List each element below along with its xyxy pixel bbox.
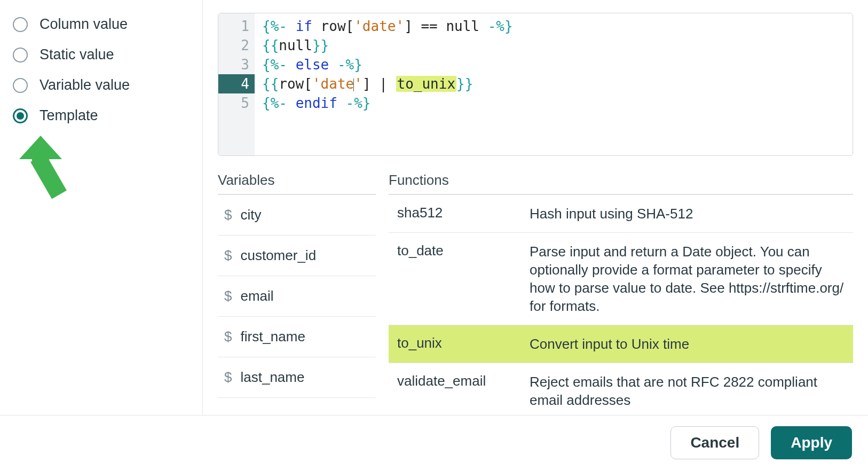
functions-column: Functions sha512Hash input using SHA-512… [389,172,853,409]
functions-header: Functions [389,172,853,195]
code-token: row[ [279,76,312,92]
radio-icon [13,78,28,93]
variable-name: customer_id [240,247,316,264]
radio-list: Column value Static value Variable value… [13,16,190,124]
functions-list: sha512Hash input using SHA-512to_datePar… [389,195,853,409]
variable-row[interactable]: $email [218,276,376,317]
code-token: -%} [488,18,513,34]
variable-row[interactable]: $last_name [218,357,376,398]
code-editor[interactable]: 12345 {%- if row['date'] == null -%}{{nu… [218,13,853,156]
variable-row[interactable]: $customer_id [218,236,376,276]
function-row[interactable]: validate_emailReject emails that are not… [389,363,853,409]
radio-icon [13,17,28,32]
code-token: {%- [262,18,296,34]
code-line[interactable]: {%- endif -%} [262,93,513,113]
radio-icon [13,108,28,123]
variable-name: first_name [240,328,305,345]
code-token: }} [312,37,329,53]
function-name: to_unix [397,335,515,353]
dollar-icon: $ [224,288,232,304]
code-token: if [296,18,312,34]
code-token: {%- [262,95,296,111]
code-token: 'date [312,76,354,92]
radio-variable-value[interactable]: Variable value [13,77,190,93]
svg-rect-1 [30,153,67,199]
cancel-button[interactable]: Cancel [670,426,759,459]
dollar-icon: $ [224,247,232,264]
variable-name: last_name [240,369,304,386]
radio-label: Static value [40,46,114,63]
function-description: Hash input using SHA-512 [530,205,693,223]
radio-static-value[interactable]: Static value [13,46,190,63]
radio-label: Column value [40,16,128,33]
line-number: 3 [224,55,249,74]
code-token: ' [354,76,362,92]
code-token: row[ [312,18,354,34]
sidebar: Column value Static value Variable value… [0,0,203,415]
code-token: -%} [337,95,371,111]
code-line[interactable]: {{null}} [262,36,513,55]
code-line[interactable]: {%- else -%} [262,55,513,74]
annotation-arrow [14,136,99,234]
code-token: to_unix [396,76,457,92]
code-token: else [296,57,329,73]
code-token: ] == null [404,18,488,34]
footer: Cancel Apply [0,416,868,470]
code-token: {%- [262,57,296,73]
code-token: {{ [262,37,279,53]
code-token: null [279,37,312,53]
dollar-icon: $ [224,369,232,386]
top-section: Column value Static value Variable value… [0,0,868,416]
code-line[interactable]: {%- if row['date'] == null -%} [262,17,513,36]
variables-column: Variables $city$customer_id$email$first_… [218,172,376,409]
code-line[interactable]: {{row['date'] | to_unix}} [262,74,513,93]
function-row[interactable]: sha512Hash input using SHA-512 [389,195,853,233]
function-description: Parse input and return a Date object. Yo… [530,242,845,315]
line-number: 5 [224,93,249,113]
code-token: }} [456,76,473,92]
radio-column-value[interactable]: Column value [13,16,190,33]
function-description: Convert input to Unix time [530,335,689,353]
line-number: 2 [224,36,249,55]
function-name: sha512 [397,205,515,223]
radio-label: Variable value [40,77,130,93]
function-name: to_date [397,242,515,315]
variable-name: city [240,207,261,223]
variables-list: $city$customer_id$email$first_name$last_… [218,195,376,398]
svg-marker-0 [19,136,62,164]
variable-row[interactable]: $first_name [218,317,376,357]
code-token: 'date' [354,18,404,34]
reference-tables: Variables $city$customer_id$email$first_… [218,172,853,409]
code-area[interactable]: {%- if row['date'] == null -%}{{null}}{%… [255,13,520,155]
dollar-icon: $ [224,207,232,223]
main-panel: 12345 {%- if row['date'] == null -%}{{nu… [203,0,868,415]
radio-icon [13,48,28,62]
page-root: Column value Static value Variable value… [0,0,868,470]
line-number: 4 [218,74,255,93]
dollar-icon: $ [224,328,232,345]
function-description: Reject emails that are not RFC 2822 comp… [530,373,845,409]
code-token: -%} [329,57,362,73]
variable-row[interactable]: $city [218,195,376,236]
line-number: 1 [224,17,249,36]
radio-template[interactable]: Template [13,107,190,124]
function-row[interactable]: to_unixConvert input to Unix time [389,325,853,363]
code-token: ] | [362,76,396,92]
function-row[interactable]: to_dateParse input and return a Date obj… [389,233,853,325]
variable-name: email [240,288,273,304]
variables-header: Variables [218,172,376,195]
apply-button[interactable]: Apply [771,426,852,459]
function-name: validate_email [397,373,515,409]
code-token: endif [296,95,337,111]
radio-label: Template [40,107,98,124]
line-gutter: 12345 [218,13,255,155]
code-token: {{ [262,76,279,92]
